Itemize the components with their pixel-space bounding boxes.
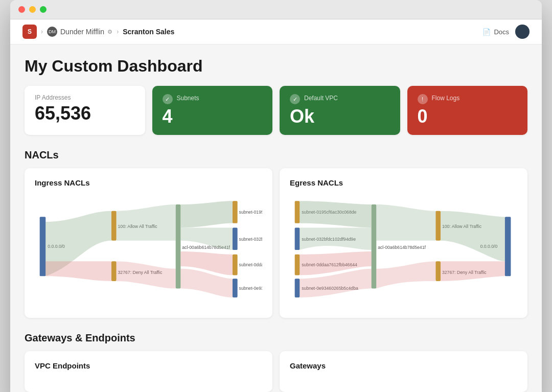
breadcrumb: S › DM Dunder Mifflin ⚙ › Scranton Sales <box>22 25 174 39</box>
metric-subnets: ✓ Subnets 4 <box>152 86 273 135</box>
app-logo[interactable]: S <box>22 25 37 39</box>
svg-rect-2 <box>111 211 117 240</box>
nacls-title: NACLs <box>25 149 527 161</box>
svg-text:subnet-0ddaa7612fb: subnet-0ddaa7612fb <box>239 262 262 267</box>
user-avatar[interactable] <box>515 25 530 39</box>
nav-right: 📄 Docs <box>482 25 530 39</box>
metric-vpc-label: Default VPC <box>304 95 338 102</box>
nacls-section: NACLs Ingress NACLs 0.0.0.0/0 100: Allow… <box>25 149 527 318</box>
metric-default-vpc: ✓ Default VPC Ok <box>280 86 400 135</box>
metric-ip-value: 65,536 <box>35 103 135 124</box>
ingress-sankey: 0.0.0.0/0 100: Allow All Traffic 32767: … <box>35 195 262 308</box>
vpc-endpoints-title: VPC Endpoints <box>35 361 262 370</box>
vpc-endpoints-card: VPC Endpoints <box>25 351 272 392</box>
breadcrumb-chevron-1: › <box>41 28 43 35</box>
gateways-card-title: Gateways <box>290 361 517 370</box>
metric-subnets-header: ✓ Subnets <box>163 94 263 104</box>
ingress-sankey-svg: 0.0.0.0/0 100: Allow All Traffic 32767: … <box>35 195 262 308</box>
metric-flowlogs-label: Flow Logs <box>432 95 460 102</box>
vpc-check-icon: ✓ <box>290 94 300 104</box>
svg-rect-18 <box>295 227 300 250</box>
subnets-check-icon: ✓ <box>163 94 173 104</box>
egress-nacls-card: Egress NACLs subnet-0195cf6ac30c068de su… <box>280 168 527 318</box>
svg-rect-22 <box>295 279 300 297</box>
org-icon: DM <box>47 27 57 37</box>
egress-sankey-svg: subnet-0195cf6ac30c068de subnet-032bfdc1… <box>290 195 517 308</box>
svg-rect-6 <box>176 204 181 288</box>
navbar: S › DM Dunder Mifflin ⚙ › Scranton Sales… <box>10 19 542 44</box>
metric-vpc-header: ✓ Default VPC <box>290 94 390 104</box>
metrics-row: IP Addresses 65,536 ✓ Subnets 4 ✓ Defaul… <box>25 86 527 135</box>
svg-text:subnet-0195cf6ac30: subnet-0195cf6ac30 <box>239 210 262 215</box>
gateways-row: VPC Endpoints Gateways <box>25 351 527 392</box>
ingress-nacls-title: Ingress NACLs <box>35 178 262 187</box>
svg-rect-26 <box>435 211 441 240</box>
ingress-nacls-card: Ingress NACLs 0.0.0.0/0 100: Allow All T… <box>25 168 272 318</box>
metric-ip-addresses: IP Addresses 65,536 <box>25 86 145 135</box>
svg-rect-0 <box>40 217 46 276</box>
svg-rect-24 <box>372 204 377 288</box>
metric-ip-label: IP Addresses <box>35 94 135 101</box>
gateways-section: Gateways & Endpoints VPC Endpoints Gatew… <box>25 332 527 392</box>
metric-flowlogs-header: ! Flow Logs <box>418 94 518 104</box>
svg-rect-14 <box>233 279 238 297</box>
minimize-button[interactable] <box>29 6 36 13</box>
egress-sankey: subnet-0195cf6ac30c068de subnet-032bfdc1… <box>290 195 517 308</box>
gateways-title: Gateways & Endpoints <box>25 332 527 344</box>
current-page-label: Scranton Sales <box>123 28 174 36</box>
flowlogs-alert-icon: ! <box>418 94 428 104</box>
svg-text:subnet-032bfdc102d: subnet-032bfdc102d <box>239 236 262 241</box>
svg-rect-4 <box>111 261 117 281</box>
app-window: S › DM Dunder Mifflin ⚙ › Scranton Sales… <box>10 0 542 392</box>
svg-rect-8 <box>233 201 238 223</box>
org-name: Dunder Mifflin <box>60 28 104 36</box>
metric-subnets-value: 4 <box>163 106 263 127</box>
page-title: My Custom Dashboard <box>25 57 527 76</box>
metric-subnets-label: Subnets <box>177 95 199 102</box>
main-content: My Custom Dashboard IP Addresses 65,536 … <box>10 44 542 392</box>
svg-rect-20 <box>295 254 300 275</box>
metric-flowlogs-value: 0 <box>418 106 518 127</box>
svg-rect-16 <box>295 201 300 223</box>
docs-link[interactable]: 📄 Docs <box>482 28 509 36</box>
metric-flow-logs: ! Flow Logs 0 <box>407 86 528 135</box>
org-breadcrumb[interactable]: DM Dunder Mifflin ⚙ <box>47 27 112 37</box>
traffic-lights <box>18 6 47 13</box>
metric-vpc-value: Ok <box>290 106 390 127</box>
gateways-card: Gateways <box>280 351 527 392</box>
docs-icon: 📄 <box>482 28 491 36</box>
svg-rect-12 <box>233 254 238 275</box>
svg-rect-28 <box>435 261 441 281</box>
svg-rect-10 <box>233 227 238 250</box>
svg-text:acl-00a6b614b78d5e41f: acl-00a6b614b78d5e41f <box>378 245 426 250</box>
org-settings-icon: ⚙ <box>107 29 112 35</box>
egress-nacls-title: Egress NACLs <box>290 178 517 187</box>
breadcrumb-chevron-2: › <box>117 28 119 35</box>
close-button[interactable] <box>18 6 25 13</box>
nacls-charts-row: Ingress NACLs 0.0.0.0/0 100: Allow All T… <box>25 168 527 318</box>
svg-rect-30 <box>505 217 511 276</box>
titlebar <box>10 0 542 19</box>
maximize-button[interactable] <box>40 6 47 13</box>
svg-text:subnet-0e93460265: subnet-0e93460265 <box>239 286 262 291</box>
